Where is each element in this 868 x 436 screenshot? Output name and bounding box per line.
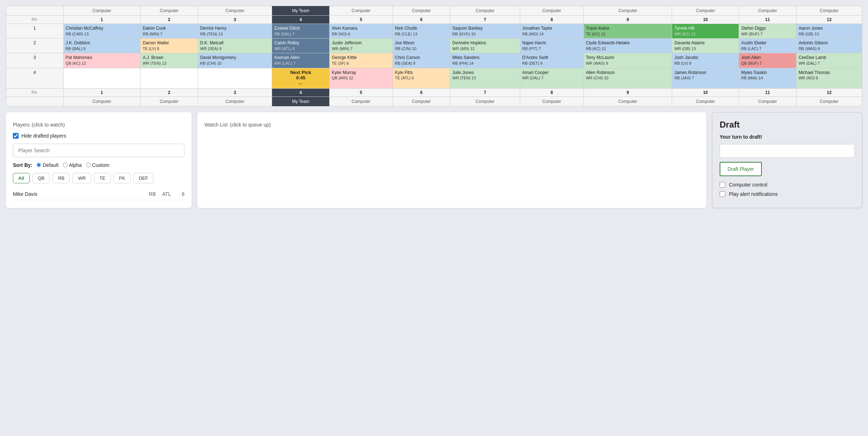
player-r1c12[interactable]: Aaron JonesRB (GB) 13 [796, 24, 862, 39]
pick-b4-myteam: 4 [272, 88, 330, 96]
player-r2c10[interactable]: Davante AdamsWR (GB) 13 [672, 39, 739, 53]
team-col-b3: Computer [198, 96, 272, 106]
pos-filter-def[interactable]: DEF [133, 173, 153, 183]
player-r2c5[interactable]: Justin JeffersonWR (MIN) 7 [330, 39, 393, 53]
pick-5: 5 [330, 16, 393, 24]
player-r3c1[interactable]: Pat MahomesQB (KC) 12 [63, 53, 140, 68]
computer-control-checkbox[interactable] [720, 182, 725, 188]
pos-filter-pk[interactable]: PK [114, 173, 130, 183]
player-r3c7[interactable]: Miles SandersRB (PHI) 14 [450, 53, 520, 68]
player-r4c1 [63, 68, 140, 88]
pick-b6: 6 [393, 88, 450, 96]
player-r2c2[interactable]: Darren WallerTE (LV) 8 [140, 39, 198, 53]
player-r4c6[interactable]: Kyle PittsTE (ATL) 6 [393, 68, 450, 88]
draft-player-button[interactable]: Draft Player [720, 162, 762, 176]
player-r1c8[interactable]: Jonathan TaylorRB (IND) 14 [520, 24, 583, 39]
sort-default-radio[interactable] [36, 163, 41, 167]
player-r3c6[interactable]: Chris CarsonRB (SEA) 9 [393, 53, 450, 68]
sort-custom[interactable]: Custom [86, 162, 109, 168]
hide-drafted-checkbox[interactable] [13, 133, 19, 139]
player-r4c2 [140, 68, 198, 88]
player-r1c10[interactable]: Tyreek HillWR (KC) 12 [672, 24, 739, 39]
player-r3c4-myteam[interactable]: Keenan AllenWR (LAC) 7 [272, 53, 330, 68]
player-r2c7[interactable]: DeAndre HopkinsWR (ARI) 12 [450, 39, 520, 53]
player-r3c11[interactable]: Josh AllenQB (BUF) 7 [739, 53, 797, 68]
player-r4c5[interactable]: Kyler MurrayQB (ARI) 12 [330, 68, 393, 88]
team-col-9: Computer [583, 6, 672, 16]
player-r1c1[interactable]: Christian McCaffreyRB (CAR) 13 [63, 24, 140, 39]
player-r2c1[interactable]: J.K. DobbinsRB (BAL) 8 [63, 39, 140, 53]
team-col-b9: Computer [583, 96, 672, 106]
player-r2c4-myteam[interactable]: Calvin RidleyWR (ATL) 6 [272, 39, 330, 53]
corner-cell [6, 6, 64, 16]
pos-filter-te[interactable]: TE [94, 173, 111, 183]
pos-filter-all[interactable]: All [13, 173, 30, 183]
round-1-row: 1 Christian McCaffreyRB (CAR) 13 Dalvin … [6, 24, 862, 39]
player-r4c8[interactable]: Amari CooperWR (DAL) 7 [520, 68, 583, 88]
player-r2c8[interactable]: Najee HarrisRB (PIT) 7 [520, 39, 583, 53]
next-pick-cell: Next Pick 0:45 ← [272, 68, 330, 88]
player-r4c11[interactable]: Myles GaskinRB (MIA) 14 [739, 68, 797, 88]
round-1-label: 1 [6, 24, 64, 39]
team-header-row: Computer Computer Computer My Team Compu… [6, 6, 862, 16]
round-2-label: 2 [6, 39, 64, 53]
player-r1c3[interactable]: Derrick HenryRB (TEN) 13 [198, 24, 272, 39]
team-col-4-myteam: My Team [272, 6, 330, 16]
sort-custom-radio[interactable] [86, 163, 91, 167]
player-r4c10[interactable]: James RobinsonRB (JAX) 7 [672, 68, 739, 88]
player-r3c5[interactable]: George KittleTE (SF) 6 [330, 53, 393, 68]
player-r3c8[interactable]: D'Andre SwiftRB (DET) 9 [520, 53, 583, 68]
team-col-b6: Computer [393, 96, 450, 106]
team-col-b10: Computer [672, 96, 739, 106]
pick-number-row-bottom: Rd. 1 2 3 4 5 6 7 8 9 10 11 12 [6, 88, 862, 96]
pick-10: 10 [672, 16, 739, 24]
player-r3c3[interactable]: David MontgomeryRB (CHI) 10 [198, 53, 272, 68]
corner-cell-bottom [6, 96, 64, 106]
player-r1c4-myteam[interactable]: Ezekiel ElliottRB (DAL) 7 [272, 24, 330, 39]
player-r1c9[interactable]: Travis KelceTE (KC) 12 [583, 24, 672, 39]
team-col-5: Computer [330, 6, 393, 16]
player-r3c9[interactable]: Terry McLaurinWR (WAS) 9 [583, 53, 672, 68]
player-name: Mike Davis [13, 191, 145, 197]
player-r2c11[interactable]: Austin EkelerRB (LAC) 7 [739, 39, 797, 53]
player-r2c12[interactable]: Antonio GibsonRB (WAS) 9 [796, 39, 862, 53]
player-r2c6[interactable]: Joe MixonRB (CIN) 10 [393, 39, 450, 53]
player-r1c6[interactable]: Nick ChubbRB (CLE) 13 [393, 24, 450, 39]
player-team: ATL [159, 191, 174, 197]
sort-alpha-radio[interactable] [63, 163, 68, 167]
round-2-row: 2 J.K. DobbinsRB (BAL) 8 Darren WallerTE… [6, 39, 862, 53]
player-r1c7[interactable]: Saquon BarkleyRB (NYG) 10 [450, 24, 520, 39]
player-r4c12[interactable]: Michael ThomasWR (NO) 6 [796, 68, 862, 88]
player-r1c2[interactable]: Dalvin CookRB (MIN) 7 [140, 24, 198, 39]
player-r3c2[interactable]: A.J. BrownWR (TEN) 13 [140, 53, 198, 68]
team-col-b11: Computer [739, 96, 797, 106]
draft-title: Draft [720, 120, 855, 130]
player-r4c7[interactable]: Julio JonesWR (TEN) 13 [450, 68, 520, 88]
pos-filter-rb[interactable]: RB [53, 173, 70, 183]
bottom-panels: Players (click to watch) Hide drafted pl… [0, 112, 868, 214]
player-r3c12[interactable]: CeeDee LambWR (DAL) 7 [796, 53, 862, 68]
sort-alpha[interactable]: Alpha [63, 162, 82, 168]
draft-table: Computer Computer Computer My Team Compu… [6, 6, 862, 106]
team-col-b1: Computer [63, 96, 140, 106]
team-col-12: Computer [796, 6, 862, 16]
sort-by-label: Sort By: [13, 162, 32, 168]
player-r1c5[interactable]: Alvin KamaraRB (NO) 6 [330, 24, 393, 39]
player-search-input[interactable] [13, 144, 184, 157]
pick-b9: 9 [583, 88, 672, 96]
play-alerts-row: Play alert notifications [720, 191, 855, 197]
player-r2c3[interactable]: D.K. MetcalfWR (SEA) 9 [198, 39, 272, 53]
player-r1c11[interactable]: Stefon DiggsWR (BUF) 7 [739, 24, 797, 39]
draft-player-input[interactable] [720, 144, 855, 158]
player-r3c10[interactable]: Josh JacobsRB (LV) 8 [672, 53, 739, 68]
pos-filter-wr[interactable]: WR [73, 173, 91, 183]
pick-b12: 12 [796, 88, 862, 96]
sort-default[interactable]: Default [36, 162, 58, 168]
watchlist-title-main: Watch List [204, 122, 228, 128]
player-r4c9[interactable]: Allen RobinsonWR (CHI) 10 [583, 68, 672, 88]
list-item[interactable]: Mike Davis RB ATL 6 [13, 188, 184, 200]
pos-filter-qb[interactable]: QB [33, 173, 50, 183]
players-title-main: Players [13, 122, 30, 128]
play-alerts-checkbox[interactable] [720, 191, 725, 197]
player-r2c9[interactable]: Clyde Edwards-HelaireRB (KC) 12 [583, 39, 672, 53]
